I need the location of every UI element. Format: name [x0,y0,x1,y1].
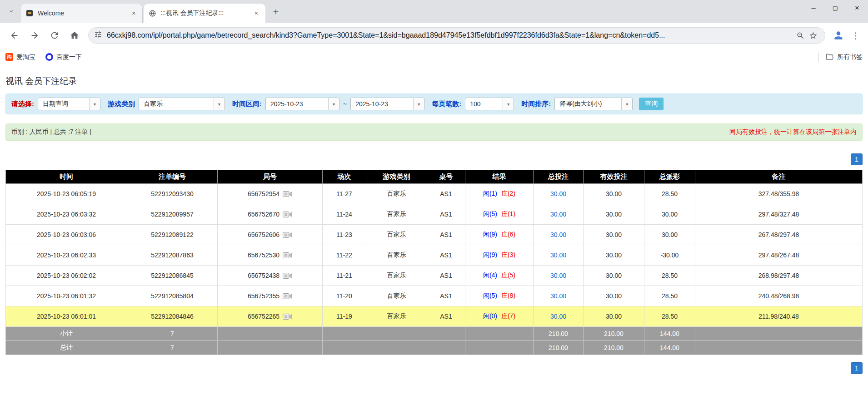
round-cell: 656752438 [218,266,323,286]
all-bookmarks-label: 所有书签 [837,53,863,61]
zoom-icon[interactable] [794,29,807,42]
date-to-select[interactable]: 2025-10-23 ▾ [350,98,424,110]
browser-tab-welcome[interactable]: Welcome × [21,4,143,23]
browser-toolbar: 66cxkj98.com/ipl/portal.php/game/betreco… [0,23,868,48]
video-replay-icon[interactable] [283,272,292,279]
summary-notice: 同局有效投注，统一计算在该局第一张注单内 [729,128,857,136]
subtotal-label: 小计 [6,327,127,341]
total-bet-link[interactable]: 30.00 [550,292,566,300]
page-title: 视讯 会员下注纪录 [5,75,863,87]
payout-cell: -30.00 [644,245,695,266]
forward-arrow-icon [30,30,40,40]
column-header: 总派彩 [644,170,695,184]
time-cell: 2025-10-23 06:01:01 [6,306,127,327]
time-cell: 2025-10-23 06:05:19 [6,184,127,204]
site-info-icon[interactable] [94,30,102,40]
total-bet-cell: 30.00 [534,225,584,245]
note-cell: 297.48/267.48 [695,245,863,266]
query-button[interactable]: 查询 [639,98,663,110]
bet-id-cell: 522912087863 [127,245,218,266]
session-cell: 11-23 [323,225,366,245]
maximize-button[interactable]: ▢ [824,0,846,15]
page-size-select[interactable]: 100 ▾ [465,98,514,110]
total-bet-link[interactable]: 30.00 [550,313,566,320]
video-replay-icon[interactable] [283,313,292,320]
video-replay-icon[interactable] [283,191,292,197]
table-row: 2025-10-23 06:01:01 522912084846 6567522… [6,306,863,327]
sort-select[interactable]: 降幂(由大到小) ▾ [554,98,633,110]
round-number: 656752954 [248,190,279,197]
game-type-select[interactable]: 百家乐 ▾ [139,98,225,110]
table-row: 2025-10-23 06:03:32 522912089957 6567526… [6,204,863,225]
subtotal-valid-bet: 210.00 [584,327,644,341]
welcome-favicon-icon [25,9,34,17]
total-total-bet: 210.00 [534,341,584,355]
round-cell: 656752530 [218,245,323,266]
address-bar[interactable]: 66cxkj98.com/ipl/portal.php/game/betreco… [88,27,825,44]
total-bet-cell: 30.00 [534,245,584,266]
session-cell: 11-19 [323,306,366,327]
video-replay-icon[interactable] [283,232,292,238]
note-cell: 327.48/355.98 [695,184,863,204]
tab-search-button[interactable] [4,4,19,19]
round-cell: 656752355 [218,286,323,306]
tab-close-icon[interactable]: × [252,9,261,18]
new-tab-button[interactable]: + [269,5,283,19]
total-bet-link[interactable]: 30.00 [550,190,566,197]
bookmark-star-icon[interactable] [807,29,819,42]
round-number: 656752355 [248,292,279,300]
column-header: 游戏类别 [366,170,427,184]
bookmark-baidu[interactable]: 百度一下 [45,53,82,61]
forward-button[interactable] [26,27,43,44]
total-bet-link[interactable]: 30.00 [550,251,566,259]
player-result: 闲(5) [483,292,497,299]
video-replay-icon[interactable] [283,252,292,259]
bookmarks-bar: 淘 爱淘宝 百度一下 所有书签 [0,48,868,66]
total-bet-link[interactable]: 30.00 [550,211,566,218]
tab-title: Welcome [38,10,129,17]
all-bookmarks-button[interactable]: 所有书签 [825,53,863,61]
date-from-value: 2025-10-23 [266,98,328,110]
pagination-top: 1 [5,153,863,165]
refresh-button[interactable] [46,27,63,44]
tab-strip: Welcome × :::视讯 会员下注纪录::: × + ─ ▢ ✕ [0,0,868,23]
time-cell: 2025-10-23 06:01:32 [6,286,127,306]
video-replay-icon[interactable] [283,211,292,218]
close-button[interactable]: ✕ [846,0,868,15]
video-replay-icon[interactable] [283,293,292,300]
bookmark-taobao[interactable]: 淘 爱淘宝 [5,53,35,61]
total-bet-link[interactable]: 30.00 [550,272,566,279]
bet-id-cell: 522912089122 [127,225,218,245]
page-content: 视讯 会员下注纪录 请选择: 日期查询 ▾ 游戏类别 百家乐 ▾ 时间区间: 2… [0,75,868,374]
home-icon [70,30,80,40]
total-bet-link[interactable]: 30.00 [550,231,566,238]
back-button[interactable] [6,27,23,44]
home-button[interactable] [66,27,83,44]
session-cell: 11-22 [323,245,366,266]
player-result: 闲(9) [483,231,497,238]
player-result: 闲(9) [483,251,497,258]
game-type-cell: 百家乐 [366,266,427,286]
url-text[interactable]: 66cxkj98.com/ipl/portal.php/game/betreco… [107,31,794,39]
payout-cell: 28.50 [644,286,695,306]
result-cell: 闲(0) 庄(7) [465,306,534,327]
page-1-button[interactable]: 1 [851,362,863,374]
column-header: 注单编号 [127,170,218,184]
round-cell: 656752954 [218,184,323,204]
query-type-select[interactable]: 日期查询 ▾ [38,98,100,110]
taobao-icon: 淘 [5,53,13,61]
tab-close-icon[interactable]: × [129,9,138,18]
total-bet-cell: 30.00 [534,204,584,225]
minimize-button[interactable]: ─ [803,0,824,15]
date-to-value: 2025-10-23 [351,98,413,110]
date-from-select[interactable]: 2025-10-23 ▾ [265,98,339,110]
banker-result: 庄(3) [501,251,515,258]
bookmark-label: 爱淘宝 [16,53,35,61]
round-number: 656752265 [248,313,279,320]
browser-menu-button[interactable]: ⋮ [848,28,863,43]
browser-tab-betrecord[interactable]: :::视讯 会员下注纪录::: × [144,4,265,23]
note-cell: 268.98/297.48 [695,266,863,286]
total-label: 总计 [6,341,127,355]
profile-avatar[interactable] [831,28,846,43]
page-1-button[interactable]: 1 [851,153,863,165]
